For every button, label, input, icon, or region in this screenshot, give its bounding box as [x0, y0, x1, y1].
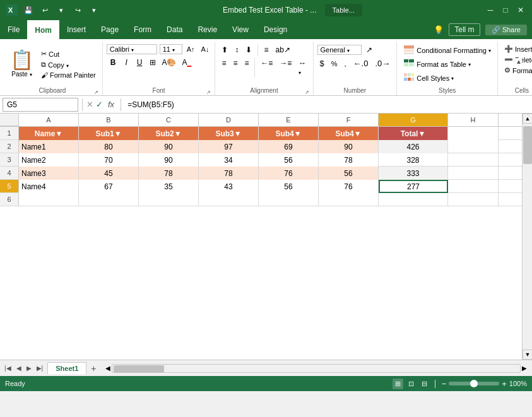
- scroll-up-button[interactable]: ▲: [523, 114, 532, 124]
- clipboard-expand-icon[interactable]: ↗: [94, 90, 98, 95]
- cell-f2[interactable]: 90: [319, 140, 379, 153]
- align-right-button[interactable]: ≡: [242, 57, 251, 78]
- sheet-nav-first[interactable]: |◀: [3, 363, 13, 373]
- col-header-f[interactable]: F: [319, 114, 379, 126]
- row-header-5[interactable]: 5: [0, 180, 19, 192]
- align-top-button[interactable]: ⬆: [219, 44, 230, 56]
- normal-view-button[interactable]: ⊞: [393, 379, 403, 389]
- format-as-table-button[interactable]: Format as Table ▾: [401, 58, 494, 71]
- cell-c2[interactable]: 90: [139, 140, 199, 153]
- cell-h4[interactable]: [448, 167, 499, 180]
- underline-button[interactable]: U: [133, 56, 146, 69]
- cell-c6[interactable]: [139, 193, 199, 206]
- cell-g1[interactable]: Total▼: [379, 127, 448, 140]
- cell-g2[interactable]: 426: [379, 140, 448, 153]
- cell-b4[interactable]: 45: [79, 167, 139, 180]
- sheet-tab-sheet1[interactable]: Sheet1: [47, 362, 86, 374]
- zoom-in-button[interactable]: +: [502, 379, 507, 389]
- h-scroll-track[interactable]: [112, 364, 521, 373]
- cell-f6[interactable]: [319, 193, 379, 206]
- row-header-2[interactable]: 2: [0, 140, 19, 153]
- close-button[interactable]: ✕: [514, 4, 527, 16]
- cell-d3[interactable]: 34: [199, 153, 259, 167]
- cell-a3[interactable]: Name2: [19, 153, 79, 167]
- menu-data[interactable]: Data: [159, 20, 190, 39]
- format-cells-button[interactable]: ⚙ Format ▾: [502, 66, 532, 75]
- menu-view[interactable]: View: [225, 20, 256, 39]
- menu-form[interactable]: Form: [126, 20, 159, 39]
- cell-d5[interactable]: 43: [199, 180, 259, 193]
- cell-h3[interactable]: [448, 153, 499, 167]
- col-header-b[interactable]: B: [79, 114, 139, 126]
- sheet-nav-next[interactable]: ▶: [25, 363, 33, 373]
- cell-c5[interactable]: 35: [139, 180, 199, 193]
- share-button[interactable]: 🔗 Share: [485, 25, 527, 35]
- cell-h1[interactable]: [448, 127, 499, 140]
- zoom-slider[interactable]: [449, 382, 499, 385]
- cell-b1[interactable]: Sub1▼: [79, 127, 139, 140]
- cell-d4[interactable]: 78: [199, 167, 259, 180]
- cell-a1[interactable]: Name▼: [19, 127, 79, 140]
- decrease-font-btn[interactable]: A↓: [199, 45, 211, 54]
- col-header-e[interactable]: E: [259, 114, 319, 126]
- save-icon[interactable]: 💾: [21, 3, 35, 17]
- vertical-scrollbar[interactable]: ▲ ▼: [522, 114, 532, 360]
- cell-a4[interactable]: Name3: [19, 167, 79, 180]
- cell-g3[interactable]: 328: [379, 153, 448, 167]
- font-name-dropdown[interactable]: Calibri ▾: [107, 44, 157, 54]
- paste-button[interactable]: 📋 Paste ▾: [6, 44, 37, 82]
- sheet-nav-prev[interactable]: ◀: [15, 363, 23, 373]
- comma-button[interactable]: ,: [342, 59, 349, 69]
- cell-e3[interactable]: 56: [259, 153, 319, 167]
- cell-b6[interactable]: [79, 193, 139, 206]
- increase-font-btn[interactable]: A↑: [185, 45, 197, 54]
- cell-e2[interactable]: 69: [259, 140, 319, 153]
- h-scroll-thumb[interactable]: [114, 365, 164, 373]
- col-header-d[interactable]: D: [199, 114, 259, 126]
- italic-button[interactable]: I: [121, 56, 131, 69]
- cell-e5[interactable]: 56: [259, 180, 319, 193]
- conditional-formatting-button[interactable]: Conditional Formatting ▾: [401, 44, 494, 57]
- tell-me-box[interactable]: Tell m: [449, 23, 480, 36]
- customize-qat-icon[interactable]: ▾: [87, 3, 101, 17]
- col-header-h[interactable]: H: [448, 114, 499, 126]
- scroll-thumb[interactable]: [523, 126, 532, 164]
- scroll-down-button[interactable]: ▼: [523, 349, 532, 360]
- decrease-indent-button[interactable]: ←≡: [258, 57, 275, 78]
- number-expand-icon[interactable]: ↗: [364, 44, 375, 56]
- format-painter-button[interactable]: 🖌 Format Painter: [38, 71, 98, 79]
- number-format-dropdown[interactable]: General ▾: [317, 45, 362, 55]
- fill-color-button[interactable]: A🎨: [160, 57, 178, 68]
- cell-f1[interactable]: Sub4▼: [319, 127, 379, 140]
- cell-b5[interactable]: 67: [79, 180, 139, 193]
- menu-review[interactable]: Revie: [190, 20, 225, 39]
- cell-d1[interactable]: Sub3▼: [199, 127, 259, 140]
- page-break-button[interactable]: ⊟: [419, 379, 430, 389]
- row-header-1[interactable]: 1: [0, 127, 19, 139]
- scroll-track[interactable]: [523, 124, 532, 349]
- formula-input[interactable]: [125, 100, 529, 109]
- sheet-nav-last[interactable]: ▶|: [35, 363, 45, 373]
- cell-e6[interactable]: [259, 193, 319, 206]
- copy-button[interactable]: ⧉ Copy ▾: [38, 60, 98, 69]
- merge-center-button[interactable]: ↔ ▾: [296, 57, 309, 78]
- cell-a2[interactable]: Name1: [19, 140, 79, 153]
- alignment-expand-icon[interactable]: ↗: [305, 90, 309, 95]
- menu-home[interactable]: Hom: [27, 20, 59, 39]
- row-header-3[interactable]: 3: [0, 153, 19, 166]
- cell-f4[interactable]: 56: [319, 167, 379, 180]
- bold-button[interactable]: B: [107, 56, 120, 69]
- cell-b3[interactable]: 70: [79, 153, 139, 167]
- undo-icon[interactable]: ↩: [38, 3, 52, 17]
- lightbulb-icon[interactable]: 💡: [434, 25, 444, 35]
- minimize-button[interactable]: ─: [484, 4, 497, 16]
- cell-e4[interactable]: 76: [259, 167, 319, 180]
- col-header-c[interactable]: C: [139, 114, 199, 126]
- cell-a5[interactable]: Name4: [19, 180, 79, 193]
- name-box[interactable]: [3, 98, 78, 112]
- align-bottom-button[interactable]: ⬇: [243, 44, 254, 56]
- row-header-6[interactable]: 6: [0, 193, 19, 206]
- cell-g6[interactable]: [379, 193, 448, 206]
- cell-b2[interactable]: 80: [79, 140, 139, 153]
- table-tab[interactable]: Table...: [325, 4, 362, 16]
